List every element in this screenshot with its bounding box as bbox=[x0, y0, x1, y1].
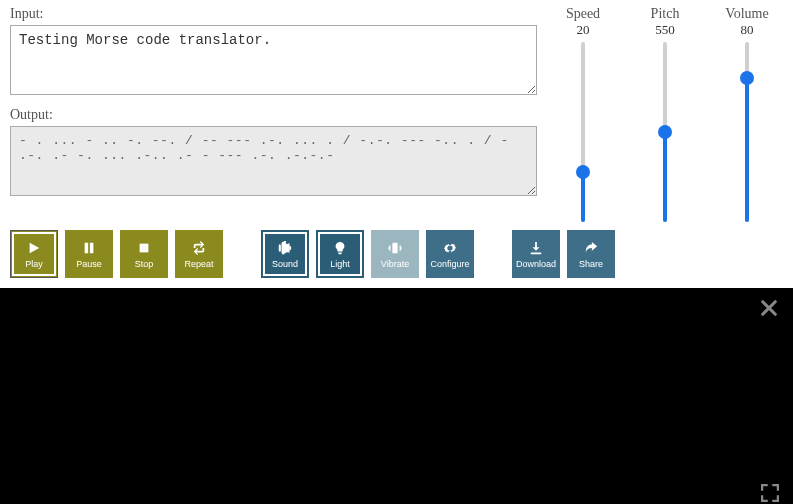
download-button[interactable]: Download bbox=[512, 230, 560, 278]
visualizer-panel bbox=[0, 288, 793, 504]
input-label: Input: bbox=[10, 6, 537, 22]
svg-rect-3 bbox=[392, 242, 397, 253]
light-button[interactable]: Light bbox=[316, 230, 364, 278]
close-icon[interactable] bbox=[759, 298, 779, 322]
input-textarea[interactable]: Testing Morse code translator. bbox=[10, 25, 537, 95]
play-button[interactable]: Play bbox=[10, 230, 58, 278]
speed-slider-value: 20 bbox=[577, 22, 590, 38]
volume-slider-thumb[interactable] bbox=[740, 71, 754, 85]
volume-slider[interactable]: Volume 80 bbox=[721, 6, 773, 222]
download-icon bbox=[528, 240, 544, 256]
light-icon bbox=[332, 240, 348, 256]
pitch-slider[interactable]: Pitch 550 bbox=[639, 6, 691, 222]
svg-rect-1 bbox=[90, 242, 94, 253]
speed-slider[interactable]: Speed 20 bbox=[557, 6, 609, 222]
pause-icon bbox=[81, 240, 97, 256]
stop-button[interactable]: Stop bbox=[120, 230, 168, 278]
pitch-slider-thumb[interactable] bbox=[658, 125, 672, 139]
sound-button[interactable]: Sound bbox=[261, 230, 309, 278]
speed-slider-thumb[interactable] bbox=[576, 165, 590, 179]
volume-slider-label: Volume bbox=[725, 6, 768, 22]
stop-icon bbox=[136, 240, 152, 256]
speed-slider-label: Speed bbox=[566, 6, 600, 22]
pitch-slider-label: Pitch bbox=[651, 6, 680, 22]
output-textarea[interactable]: - . ... - .. -. --. / -- --- .-. ... . /… bbox=[10, 126, 537, 196]
sound-icon bbox=[277, 240, 293, 256]
output-label: Output: bbox=[10, 107, 537, 123]
svg-rect-2 bbox=[140, 243, 149, 252]
repeat-button[interactable]: Repeat bbox=[175, 230, 223, 278]
share-button[interactable]: Share bbox=[567, 230, 615, 278]
play-icon bbox=[26, 240, 42, 256]
configure-button[interactable]: Configure bbox=[426, 230, 474, 278]
pitch-slider-value: 550 bbox=[655, 22, 675, 38]
fullscreen-icon[interactable] bbox=[761, 484, 779, 504]
volume-slider-value: 80 bbox=[741, 22, 754, 38]
vibrate-button[interactable]: Vibrate bbox=[371, 230, 419, 278]
gear-icon bbox=[442, 240, 458, 256]
pause-button[interactable]: Pause bbox=[65, 230, 113, 278]
vibrate-icon bbox=[387, 240, 403, 256]
share-icon bbox=[583, 240, 599, 256]
svg-rect-0 bbox=[85, 242, 89, 253]
repeat-icon bbox=[191, 240, 207, 256]
